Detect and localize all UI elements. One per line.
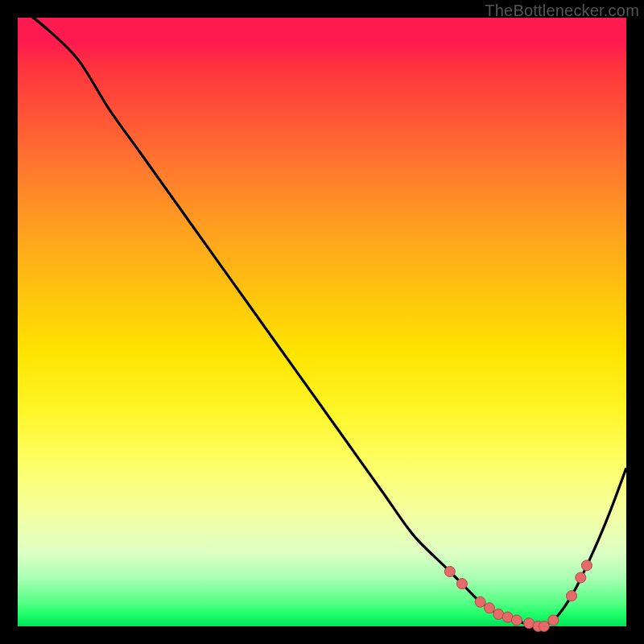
data-marker (475, 597, 485, 607)
bottleneck-curve (18, 18, 626, 626)
curve-path (18, 6, 626, 626)
data-marker (567, 591, 577, 601)
data-marker (484, 603, 494, 613)
data-marker (576, 572, 586, 583)
attribution-label: TheBottlenecker.com (485, 2, 639, 20)
data-marker (581, 560, 592, 571)
data-marker (511, 615, 522, 625)
data-marker (444, 567, 455, 577)
chart-frame: TheBottlenecker.com (0, 0, 644, 644)
data-marker (456, 579, 467, 589)
plot-area (18, 18, 626, 626)
data-marker (548, 615, 559, 625)
marker-group (444, 560, 592, 632)
data-marker (539, 621, 549, 632)
